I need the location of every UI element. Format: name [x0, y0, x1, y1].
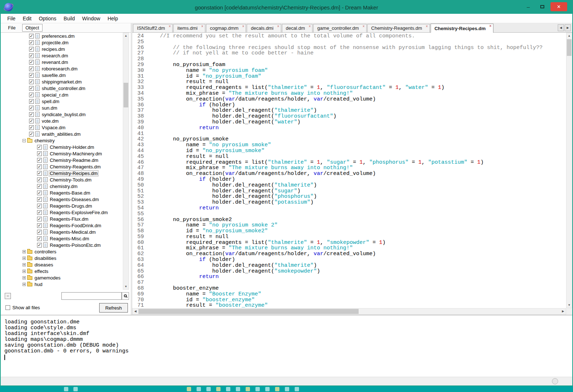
code-line[interactable]: 48on_reaction(var/datum/reagents/holder,… [132, 171, 566, 177]
tree-item-reagents-explosivefire-dm[interactable]: ✓Reagents-ExplosiveFire.dm [1, 209, 122, 216]
code-line[interactable]: 68booster_enzyme [132, 286, 566, 291]
scroll-down-icon[interactable]: ▼ [566, 302, 572, 308]
checkbox[interactable]: ✓ [29, 119, 34, 123]
menu-options[interactable]: Options [35, 15, 60, 23]
tree-item-disabilities[interactable]: +disabilities [1, 255, 122, 261]
tree-item-preferences-dm[interactable]: ✓preferences.dm [1, 33, 122, 39]
tab-chemistry-recipes-dm[interactable]: Chemistry-Recipes.dm× [431, 24, 493, 33]
code-line[interactable]: 47mix_phrase = "The mixture burns away i… [132, 165, 566, 171]
tab-game-controller-dm[interactable]: game_controller.dm× [313, 24, 366, 32]
taskbar-icon[interactable] [236, 387, 240, 391]
tab-close-icon[interactable]: × [201, 24, 203, 28]
tab-close-icon[interactable]: × [169, 24, 171, 28]
code-line[interactable]: 58id = "no_pyrosium_smoke2" [132, 228, 566, 234]
code-line[interactable]: 41 [132, 131, 566, 137]
tree-item-effects[interactable]: +effects [1, 268, 122, 274]
tree-item-wraith-abilities-dm[interactable]: ✓wraith_abilities.dm [1, 131, 122, 137]
tab-close-icon[interactable]: × [277, 24, 279, 28]
checkbox[interactable]: ✓ [37, 230, 42, 234]
checkbox[interactable]: ✓ [29, 99, 34, 104]
code-line[interactable]: 52holder.del_reagent("phosphorus") [132, 194, 566, 200]
tree-item-vote-dm[interactable]: ✓vote.dm [1, 118, 122, 124]
code-line[interactable]: 26// the following three recipes should … [132, 45, 566, 51]
tree-item-reagents-diseases-dm[interactable]: ✓Reagents-Diseases.dm [1, 196, 122, 203]
tree-item-special-r-dm[interactable]: ✓special_r.dm [1, 91, 122, 98]
code-editor[interactable]: 24//I recommend you set the result amoun… [132, 33, 566, 308]
expand-icon[interactable]: + [23, 257, 26, 260]
checkbox[interactable]: ✓ [29, 132, 34, 136]
checkbox[interactable]: ✓ [29, 86, 34, 91]
tree-item-chemistry[interactable]: −chemistry [1, 137, 122, 144]
scroll-left-icon[interactable]: ◀ [133, 309, 138, 314]
checkbox[interactable]: ✓ [37, 223, 42, 228]
tree-item-chemistry-reagents-dm[interactable]: ✓Chemistry-Reagents.dm [1, 163, 122, 170]
editor-hscroll-thumb[interactable] [138, 309, 359, 314]
output-panel[interactable]: loading goonstation.dmeloading code\styl… [1, 316, 572, 377]
tree-item-savefile-dm[interactable]: ✓savefile.dm [1, 72, 122, 78]
taskbar[interactable] [0, 386, 573, 392]
code-line[interactable]: 43name = "no pyrosium smoke" [132, 142, 566, 148]
code-line[interactable]: 59result = null [132, 234, 566, 240]
tab-decal-dm[interactable]: decal.dm× [282, 24, 313, 32]
code-line[interactable]: 40return [132, 125, 566, 131]
code-line[interactable]: 54return [132, 205, 566, 211]
checkbox[interactable]: ✓ [37, 236, 42, 241]
taskbar-icon[interactable] [206, 387, 211, 391]
title-bar[interactable]: goonstation [code\datums\chemistry\Chemi… [1, 1, 572, 14]
code-line[interactable]: 60required_reagents = list("thalmerite" … [132, 240, 566, 246]
tree-item-projectile-dm[interactable]: ✓projectile.dm [1, 39, 122, 46]
checkbox[interactable]: ✓ [37, 145, 42, 150]
code-line[interactable]: 57name = "no pyrosium smoke 2" [132, 222, 566, 228]
editor-vertical-scrollbar[interactable]: ▲ ▼ [566, 33, 572, 308]
code-line[interactable]: 28 [132, 56, 566, 62]
close-button[interactable]: ✕ [550, 2, 567, 11]
collapse-icon[interactable]: − [23, 139, 26, 142]
code-line[interactable]: 53holder.del_reagent("potassium") [132, 200, 566, 205]
checkbox[interactable]: ✓ [37, 164, 42, 169]
tree-item-research-dm[interactable]: ✓research.dm [1, 52, 122, 59]
panel-tab-object[interactable]: Object [22, 24, 43, 32]
taskbar-icon[interactable] [295, 387, 299, 391]
tab-close-icon[interactable]: × [242, 24, 245, 28]
tab-close-icon[interactable]: × [426, 24, 428, 28]
tab-decals-dmi[interactable]: decals.dmi× [247, 24, 281, 32]
menu-window[interactable]: Window [78, 15, 104, 23]
tree-item-recipes-dm[interactable]: ✓recipes.dm [1, 46, 122, 52]
menu-edit[interactable]: Edit [19, 15, 35, 23]
tab-chemistry-reagents-dm[interactable]: Chemistry-Reagents.dm× [367, 24, 430, 32]
tab-close-icon[interactable]: × [309, 24, 311, 28]
code-line[interactable]: 30name = "no pyrosium foam" [132, 68, 566, 74]
tab-cogmap-dmm[interactable]: cogmap.dmm× [206, 24, 246, 32]
code-line[interactable]: 36if (holder) [132, 102, 566, 108]
checkbox[interactable]: ✓ [37, 204, 42, 208]
code-line[interactable]: 39holder.del_reagent("water") [132, 119, 566, 125]
code-line[interactable]: 35on_reaction(var/datum/reagents/holder,… [132, 97, 566, 102]
panel-tab-file[interactable]: File [5, 24, 19, 31]
checkbox[interactable]: ✓ [29, 47, 34, 52]
tree-item-shuttle-controller-dm[interactable]: ✓shuttle_controller.dm [1, 85, 122, 91]
tab-scroll-left-button[interactable]: ◀ [558, 24, 564, 31]
tree-item-chemistry-holder-dm[interactable]: ✓Chemistry-Holder.dm [1, 144, 122, 150]
expand-icon[interactable]: + [23, 283, 26, 286]
checkbox[interactable]: ✓ [37, 243, 42, 248]
editor-vscroll-thumb[interactable] [567, 39, 572, 56]
show-all-files-checkbox[interactable] [5, 305, 10, 310]
code-line[interactable]: 51holder.del_reagent("sugar") [132, 188, 566, 194]
tree-item-roboresearch-dm[interactable]: ✓roboresearch.dm [1, 65, 122, 72]
code-line[interactable]: 27// if not yell at me to code better - … [132, 50, 566, 56]
taskbar-icon[interactable] [285, 387, 289, 391]
search-input[interactable] [61, 292, 122, 300]
code-line[interactable]: 56no_pyrosium_smoke2 [132, 217, 566, 223]
code-line[interactable]: 42no_pyrosium_smoke [132, 136, 566, 142]
checkbox[interactable]: ✓ [29, 40, 34, 45]
tree-item-revenant-dm[interactable]: ✓revenant.dm [1, 59, 122, 65]
code-line[interactable]: 62on_reaction(var/datum/reagents/holder,… [132, 251, 566, 257]
checkbox[interactable]: ✓ [29, 93, 34, 97]
tree-item-gamemodes[interactable]: +gamemodes [1, 274, 122, 281]
search-button[interactable] [122, 292, 129, 300]
code-line[interactable]: 63if (holder) [132, 257, 566, 263]
code-line[interactable]: 70id = "booster_enzyme" [132, 297, 566, 303]
taskbar-icon[interactable] [216, 387, 221, 391]
code-line[interactable]: 38holder.del_reagent("fluorosurfactant") [132, 114, 566, 119]
tab-close-icon[interactable]: × [489, 24, 492, 28]
